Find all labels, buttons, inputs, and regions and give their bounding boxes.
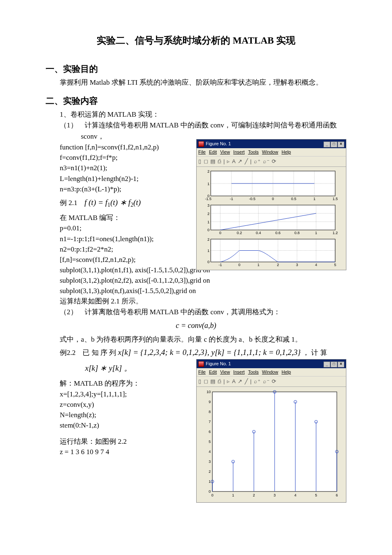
svg-text:1: 1 bbox=[313, 197, 315, 201]
window-buttons[interactable]: _□× bbox=[323, 140, 344, 147]
svg-text:1: 1 bbox=[207, 249, 209, 253]
svg-text:0.4: 0.4 bbox=[256, 231, 261, 235]
svg-text:-1: -1 bbox=[230, 197, 233, 201]
section-1-text: 掌握利用 Matlab 求解 LTI 系统的冲激响应、阶跃响应和零状态响应，理解… bbox=[46, 77, 346, 88]
subitem-2: （2） 计算离散信号卷积用 MATLAB 中的函数 conv，其调用格式为： bbox=[60, 307, 346, 318]
svg-text:0: 0 bbox=[272, 197, 274, 201]
fig2-menu[interactable]: FileEditViewInsertToolsWindowHelp bbox=[197, 368, 346, 376]
result-2-1: 运算结果如图例 2.1 所示。 bbox=[60, 296, 346, 306]
svg-text:5: 5 bbox=[209, 440, 211, 444]
svg-text:0: 0 bbox=[211, 493, 213, 497]
svg-text:3: 3 bbox=[209, 460, 211, 464]
figure-window-1: Figure No. 1 _□× FileEditViewInsertTools… bbox=[196, 139, 346, 270]
fig2-title: Figure No. 1 bbox=[206, 360, 231, 367]
svg-text:3: 3 bbox=[207, 203, 209, 208]
svg-text:3: 3 bbox=[296, 263, 298, 267]
svg-text:4: 4 bbox=[294, 493, 296, 497]
svg-text:0.2: 0.2 bbox=[237, 231, 242, 235]
svg-text:1: 1 bbox=[257, 263, 259, 267]
svg-text:2: 2 bbox=[277, 263, 279, 267]
matlab-figure-icon bbox=[198, 141, 204, 147]
equation-conv: c = conv(a,b) bbox=[46, 320, 346, 332]
svg-text:2: 2 bbox=[209, 469, 211, 474]
svg-text:-1.5: -1.5 bbox=[205, 197, 212, 201]
page-title: 实验二、信号与系统时域分析的 MATLAB 实现 bbox=[46, 33, 346, 48]
fig1-title: Figure No. 1 bbox=[206, 140, 231, 147]
svg-text:6: 6 bbox=[336, 493, 338, 497]
svg-text:0.6: 0.6 bbox=[275, 231, 281, 235]
example-2-2: 例2.2 已 知 序 列 x[k] = {1,2,3,4; k = 0,1,2,… bbox=[60, 347, 346, 358]
fig1-menu[interactable]: FileEditViewInsertToolsWindowHelp bbox=[197, 148, 346, 156]
svg-text:1: 1 bbox=[232, 493, 234, 497]
svg-text:4: 4 bbox=[315, 263, 317, 267]
fig1-toolbar[interactable]: ▯ ◻ ▤ ⎙ | ▹ A ↗ ╱ | ⌕⁺ ⌕⁻ ⟳ bbox=[197, 156, 346, 167]
svg-text:4: 4 bbox=[209, 450, 211, 454]
svg-text:2: 2 bbox=[253, 493, 255, 497]
equation-note: 式中，a、b 为待卷积两序列的向量表示。向量 c 的长度为 a、b 长度之和减 … bbox=[46, 334, 346, 345]
svg-rect-17 bbox=[211, 205, 335, 230]
svg-text:0: 0 bbox=[238, 263, 240, 267]
fig2-stem-plot: 0 1 2 3 4 5 6 7 8 9 10 0 1 bbox=[198, 389, 343, 501]
svg-text:-0.5: -0.5 bbox=[249, 197, 256, 201]
svg-text:1.5: 1.5 bbox=[333, 197, 338, 201]
svg-text:1: 1 bbox=[207, 220, 209, 224]
section-2-heading: 二、实验内容 bbox=[46, 94, 346, 108]
svg-text:1: 1 bbox=[207, 182, 209, 186]
svg-text:7: 7 bbox=[209, 420, 211, 424]
svg-text:9: 9 bbox=[209, 400, 211, 404]
svg-text:0: 0 bbox=[209, 489, 211, 494]
fig2-toolbar[interactable]: ▯ ◻ ▤ ⎙ | ▹ A ↗ ╱ | ⌕⁺ ⌕⁻ ⟳ bbox=[197, 376, 346, 387]
svg-text:1: 1 bbox=[209, 479, 211, 484]
figure-window-2: Figure No. 1 _□× FileEditViewInsertTools… bbox=[196, 359, 346, 503]
svg-text:0.8: 0.8 bbox=[295, 231, 300, 235]
svg-text:1: 1 bbox=[315, 231, 317, 235]
item-1: 1、卷积运算的 MATLAB 实现： bbox=[60, 109, 346, 120]
svg-text:3: 3 bbox=[273, 493, 275, 497]
svg-text:5: 5 bbox=[334, 263, 336, 267]
svg-text:2: 2 bbox=[207, 237, 209, 242]
svg-text:-1: -1 bbox=[219, 263, 222, 267]
window-buttons[interactable]: _□× bbox=[323, 360, 344, 367]
svg-text:1.2: 1.2 bbox=[333, 231, 338, 235]
svg-text:8: 8 bbox=[209, 410, 211, 414]
svg-text:2: 2 bbox=[207, 169, 209, 174]
section-1-heading: 一、实验目的 bbox=[46, 62, 346, 76]
svg-text:5: 5 bbox=[315, 493, 317, 497]
svg-text:2: 2 bbox=[207, 212, 209, 216]
svg-text:0: 0 bbox=[219, 231, 221, 235]
matlab-figure-icon bbox=[198, 361, 204, 367]
svg-text:6: 6 bbox=[209, 430, 211, 434]
svg-text:0: 0 bbox=[207, 228, 209, 232]
fig1-plot: 2 1 0 -1.5 -1 -0.5 0 0.5 1 1.5 bbox=[198, 169, 343, 268]
svg-text:10: 10 bbox=[207, 390, 211, 394]
svg-text:0.5: 0.5 bbox=[291, 197, 297, 201]
svg-text:0: 0 bbox=[207, 260, 209, 264]
